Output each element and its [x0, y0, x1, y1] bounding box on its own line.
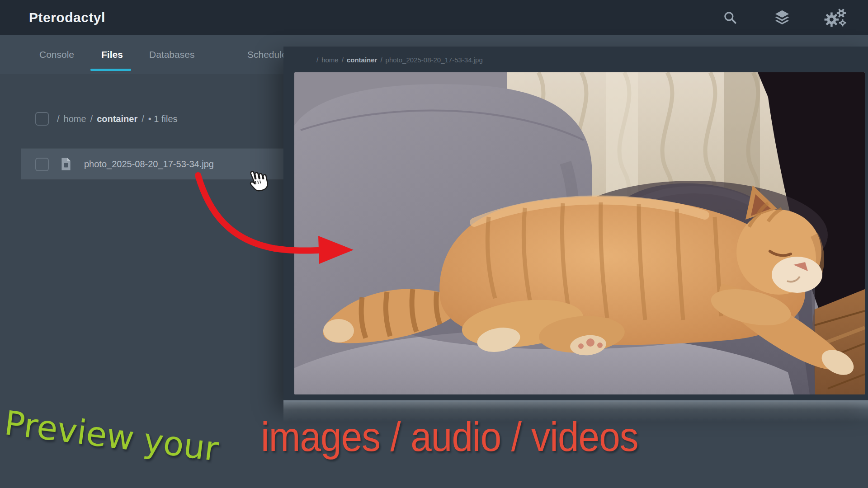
caption-preview-your: Previewyour — [2, 403, 221, 469]
breadcrumb-home[interactable]: home — [64, 114, 86, 124]
breadcrumb: /home/container/• 1 files — [57, 113, 182, 125]
preview-breadcrumb-sep: / — [342, 56, 344, 64]
preview-breadcrumb: /home/container/photo_2025-08-20_17-53-3… — [316, 56, 486, 64]
preview-breadcrumb-container[interactable]: container — [347, 56, 377, 64]
breadcrumb-container[interactable]: container — [97, 114, 137, 124]
topbar: Pterodactyl — [0, 0, 868, 35]
file-checkbox[interactable] — [35, 158, 49, 171]
tab-databases[interactable]: Databases — [149, 35, 194, 74]
preview-image — [294, 72, 865, 394]
breadcrumb-sep: / — [142, 114, 144, 124]
breadcrumb-sep: / — [57, 114, 60, 124]
active-tab-underline — [90, 69, 131, 71]
layers-icon[interactable] — [772, 0, 792, 35]
preview-breadcrumb-sep: / — [380, 56, 382, 64]
preview-breadcrumb-home[interactable]: home — [321, 56, 339, 64]
pterodactyl-panel: Pterodactyl — [0, 0, 868, 488]
select-all-checkbox[interactable] — [35, 112, 49, 126]
cat-photo-illustration — [294, 72, 865, 394]
image-file-icon — [61, 157, 71, 171]
caption-media-types: images / audio / videos — [261, 414, 638, 460]
file-name: photo_2025-08-20_17-53-34.jpg — [84, 149, 214, 179]
preview-breadcrumb-sep: / — [316, 56, 318, 64]
breadcrumb-sep: / — [90, 114, 93, 124]
search-icon[interactable] — [722, 0, 738, 35]
gears-icon[interactable] — [824, 0, 847, 35]
tab-console[interactable]: Console — [39, 35, 74, 74]
image-preview-modal: /home/container/photo_2025-08-20_17-53-3… — [283, 47, 868, 402]
app-title: Pterodactyl — [29, 0, 105, 35]
file-count: • 1 files — [148, 114, 178, 124]
file-row-photo[interactable]: photo_2025-08-20_17-53-34.jpg — [21, 148, 317, 180]
preview-breadcrumb-file: photo_2025-08-20_17-53-34.jpg — [386, 56, 483, 64]
